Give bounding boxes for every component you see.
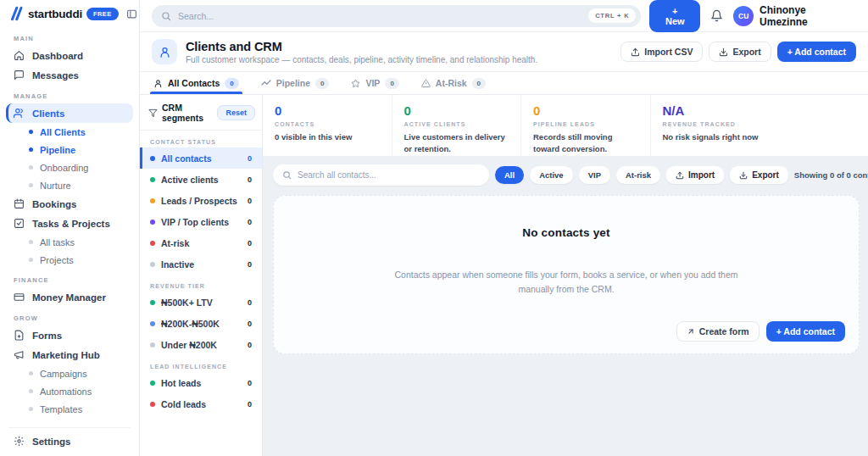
sidebar-subitem-pipeline[interactable]: Pipeline xyxy=(6,141,133,158)
sidebar-section-grow: GROW xyxy=(6,307,133,325)
segment-active-clients[interactable]: Active clients 0 xyxy=(140,169,262,190)
segment-label: At-risk xyxy=(161,238,189,248)
tab-label: VIP xyxy=(365,78,380,88)
sidebar-subitem-all-tasks[interactable]: All tasks xyxy=(6,233,133,251)
sidebar-subitem-campaigns[interactable]: Campaigns xyxy=(6,364,133,382)
home-icon xyxy=(14,50,25,61)
sidebar-item-bookings[interactable]: Bookings xyxy=(6,194,133,214)
sidebar-item-messages[interactable]: Messages xyxy=(6,65,133,85)
sidebar-subitem-automations[interactable]: Automations xyxy=(6,382,133,400)
sidebar-subitem-all-clients[interactable]: All Clients xyxy=(6,123,133,141)
sidebar-subitem-label: Nurture xyxy=(40,181,71,191)
tab-at-risk[interactable]: At-Risk 0 xyxy=(421,72,486,94)
bell-icon[interactable] xyxy=(710,9,723,22)
user-menu[interactable]: CU Chinonye Umezinne xyxy=(733,4,856,28)
sidebar-subitem-onboarding[interactable]: Onboarding xyxy=(6,158,133,176)
import-csv-button[interactable]: Import CSV xyxy=(620,42,703,62)
sidebar-item-money-manager[interactable]: Money Manager xyxy=(6,287,133,307)
stat-pipeline-leads: 0 PIPELINE LEADS Records still moving to… xyxy=(520,95,650,156)
contacts-search[interactable] xyxy=(273,164,489,186)
workspace: 0 CONTACTS 0 visible in this view 0 ACTI… xyxy=(263,95,868,456)
reset-button[interactable]: Reset xyxy=(217,105,255,120)
users-icon xyxy=(14,108,25,119)
sidebar-subitem-label: Campaigns xyxy=(40,369,87,379)
sidebar-item-label: Messages xyxy=(32,70,79,81)
sidebar-subitem-templates[interactable]: Templates xyxy=(6,400,133,418)
filter-at-risk[interactable]: At-risk xyxy=(616,166,660,184)
stat-contacts: 0 CONTACTS 0 visible in this view xyxy=(263,95,392,156)
segment-under-200k[interactable]: Under ₦200K 0 xyxy=(140,334,262,355)
tab-all-contacts[interactable]: All Contacts 0 xyxy=(153,72,239,94)
filter-vip[interactable]: VIP xyxy=(579,166,610,184)
status-dot-icon xyxy=(150,198,155,203)
search-icon xyxy=(282,170,292,180)
segment-cold-leads[interactable]: Cold leads 0 xyxy=(140,393,262,414)
segment-count: 0 xyxy=(248,175,252,184)
sidebar-item-label: Forms xyxy=(32,331,62,341)
filter-all[interactable]: All xyxy=(495,166,524,184)
segment-count: 0 xyxy=(248,154,252,163)
create-form-button[interactable]: Create form xyxy=(676,321,760,342)
sidebar-item-dashboard[interactable]: Dashboard xyxy=(6,46,133,65)
tab-label: All Contacts xyxy=(168,78,220,88)
segments-panel: CRM segments Reset CONTACT STATUS All co… xyxy=(140,95,263,456)
segment-all-contacts[interactable]: All contacts 0 xyxy=(140,147,262,169)
download-icon xyxy=(739,171,748,180)
chat-icon xyxy=(14,70,25,81)
avatar: CU xyxy=(733,6,754,26)
sidebar-item-tasks-projects[interactable]: Tasks & Projects xyxy=(6,214,133,233)
brand-name: startbuddi xyxy=(28,8,82,20)
segment-hot-leads[interactable]: Hot leads 0 xyxy=(140,372,262,393)
sidebar-subitem-label: Onboarding xyxy=(40,163,89,173)
sidebar-item-forms[interactable]: Forms xyxy=(6,325,133,345)
sidebar: startbuddi FREE MAIN Dashboard Messages … xyxy=(0,0,140,456)
global-search[interactable]: CTRL + K xyxy=(152,5,641,27)
brand-logo-icon xyxy=(8,6,24,21)
add-contact-button[interactable]: + Add contact xyxy=(777,42,856,62)
filter-active[interactable]: Active xyxy=(530,166,573,184)
tab-count-badge: 0 xyxy=(385,78,398,89)
export-button[interactable]: Export xyxy=(709,42,771,62)
tab-count-badge: 0 xyxy=(225,78,238,89)
segment-count: 0 xyxy=(248,260,252,269)
tab-pipeline[interactable]: Pipeline 0 xyxy=(261,72,330,94)
segment-group-contact-status: CONTACT STATUS xyxy=(140,131,262,147)
calendar-icon xyxy=(14,198,25,209)
bullet-icon xyxy=(29,371,33,375)
tab-vip[interactable]: VIP 0 xyxy=(351,72,398,94)
tab-count-badge: 0 xyxy=(315,78,329,89)
segment-500k-ltv[interactable]: ₦500K+ LTV 0 xyxy=(140,292,262,313)
segment-leads-prospects[interactable]: Leads / Prospects 0 xyxy=(140,190,262,211)
page-header-actions: Import CSV Export + Add contact xyxy=(620,42,856,62)
sidebar-subitem-label: Pipeline xyxy=(40,145,75,155)
segment-200k-500k[interactable]: ₦200K-₦500K 0 xyxy=(140,313,262,334)
tab-bar: All Contacts 0 Pipeline 0 VIP 0 At-Risk … xyxy=(140,72,868,95)
status-dot-icon xyxy=(150,381,155,386)
sidebar-item-settings[interactable]: Settings xyxy=(0,428,139,456)
trending-icon xyxy=(261,78,271,88)
empty-state-description: Contacts appear when someone fills your … xyxy=(380,268,753,298)
stat-value: 0 xyxy=(275,103,380,118)
sidebar-subitem-nurture[interactable]: Nurture xyxy=(6,176,133,194)
segment-count: 0 xyxy=(248,239,252,247)
sidebar-item-marketing-hub[interactable]: Marketing Hub xyxy=(6,345,133,364)
sidebar-item-clients[interactable]: Clients xyxy=(6,103,133,123)
sidebar-collapse-icon[interactable] xyxy=(126,8,137,19)
empty-state-actions: Create form + Add contact xyxy=(676,321,845,342)
add-contact-button[interactable]: + Add contact xyxy=(766,321,845,342)
segment-vip-top-clients[interactable]: VIP / Top clients 0 xyxy=(140,211,262,232)
contacts-search-input[interactable] xyxy=(298,170,480,180)
import-button[interactable]: Import xyxy=(666,166,724,184)
segment-label: Hot leads xyxy=(161,378,201,388)
stat-description: 0 visible in this view xyxy=(275,131,380,143)
export-button[interactable]: Export xyxy=(730,166,788,184)
segment-at-risk[interactable]: At-risk 0 xyxy=(140,232,262,253)
segment-inactive[interactable]: Inactive 0 xyxy=(140,253,262,275)
sidebar-subitem-projects[interactable]: Projects xyxy=(6,251,133,269)
global-search-input[interactable] xyxy=(178,11,581,21)
bullet-icon xyxy=(29,147,33,152)
status-dot-icon xyxy=(150,241,155,246)
bullet-icon xyxy=(29,240,33,244)
user-name: Chinonye Umezinne xyxy=(760,4,856,28)
new-button[interactable]: + New xyxy=(649,0,700,32)
